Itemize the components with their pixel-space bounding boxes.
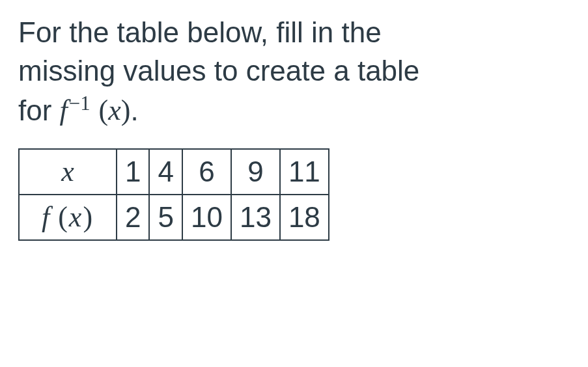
table-cell: 11 (280, 149, 329, 195)
row-header-x: x (19, 149, 117, 195)
question-prompt: For the table below, fill in the missing… (18, 13, 570, 130)
table-cell: 1 (117, 149, 149, 195)
prompt-line-3-prefix: for (18, 94, 60, 126)
func-arg: x (108, 94, 121, 126)
table-cell: 5 (149, 195, 182, 240)
table-cell: 9 (231, 149, 280, 195)
inverse-function-expr: f−1 (x) (60, 94, 131, 126)
question-page: For the table below, fill in the missing… (0, 0, 588, 254)
function-table: x 1 4 6 9 11 f (x) 2 5 10 13 18 (18, 148, 329, 241)
table-cell: 2 (117, 195, 149, 240)
prompt-line-3-suffix: . (130, 94, 138, 126)
func-f: f (42, 201, 49, 233)
func-base: f (60, 94, 68, 126)
prompt-line-1: For the table below, fill in the (18, 16, 382, 48)
table-row: f (x) 2 5 10 13 18 (19, 195, 329, 240)
prompt-line-2: missing values to create a table (18, 55, 419, 87)
table-cell: 13 (231, 195, 280, 240)
var-x: x (61, 156, 74, 187)
table-cell: 4 (149, 149, 182, 195)
table-cell: 10 (182, 195, 231, 240)
table-cell: 6 (182, 149, 231, 195)
row-header-fx: f (x) (19, 195, 117, 240)
func-arg-x: x (69, 201, 82, 233)
table-row: x 1 4 6 9 11 (19, 149, 329, 195)
func-superscript: −1 (69, 92, 91, 115)
table-cell: 18 (280, 195, 329, 240)
